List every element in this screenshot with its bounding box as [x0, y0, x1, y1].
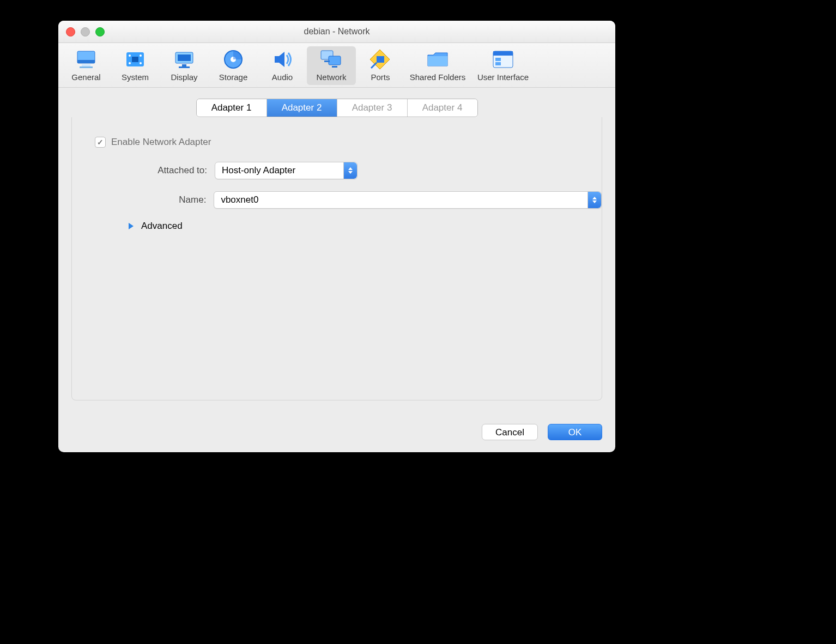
attached-to-label: Attached to: [72, 165, 207, 176]
tab-adapter-2[interactable]: Adapter 2 [267, 99, 337, 117]
tab-adapter-4[interactable]: Adapter 4 [408, 99, 477, 117]
dialog-footer: Cancel OK [482, 424, 602, 440]
zoom-icon[interactable] [95, 27, 105, 37]
svg-rect-24 [428, 56, 447, 66]
close-icon[interactable] [66, 27, 75, 37]
svg-rect-26 [493, 51, 513, 56]
shared-folders-icon [425, 48, 451, 70]
advanced-disclosure[interactable]: Advanced [129, 221, 602, 232]
toolbar-item-system[interactable]: System [111, 46, 160, 85]
user-interface-icon [490, 48, 516, 70]
svg-rect-5 [132, 57, 138, 62]
name-value: vboxnet0 [221, 195, 258, 205]
attached-to-combo[interactable]: Host-only Adapter [215, 162, 358, 179]
toolbar-item-ports[interactable]: Ports [356, 46, 405, 85]
toolbar-item-label: System [111, 72, 160, 82]
storage-icon [220, 48, 246, 70]
svg-rect-11 [178, 54, 191, 61]
general-icon [73, 48, 99, 70]
audio-icon [269, 48, 295, 70]
adapter-panel: Enable Network Adapter Attached to: Host… [71, 117, 602, 400]
toolbar-item-label: Display [160, 72, 209, 82]
name-label: Name: [72, 195, 206, 205]
name-combo[interactable]: vboxnet0 [214, 191, 602, 209]
window-title: debian - Network [58, 27, 615, 37]
svg-rect-28 [495, 62, 501, 65]
svg-rect-3 [80, 66, 93, 68]
settings-window: debian - Network General System Display [58, 21, 615, 452]
disclosure-triangle-icon [129, 223, 134, 229]
svg-rect-1 [77, 60, 95, 63]
system-icon [122, 48, 148, 70]
svg-point-9 [140, 62, 142, 64]
minimize-icon[interactable] [81, 27, 90, 37]
cancel-button[interactable]: Cancel [482, 424, 538, 440]
svg-rect-12 [182, 64, 186, 66]
toolbar-item-label: User Interface [470, 72, 536, 82]
toolbar-item-label: Network [307, 72, 356, 82]
svg-rect-13 [179, 66, 190, 68]
toolbar-item-audio[interactable]: Audio [258, 46, 307, 85]
toolbar-item-label: General [62, 72, 111, 82]
svg-rect-22 [377, 56, 384, 63]
svg-rect-20 [332, 66, 337, 68]
toolbar-item-label: Audio [258, 72, 307, 82]
titlebar: debian - Network [58, 21, 615, 43]
svg-rect-2 [82, 64, 90, 66]
toolbar-item-shared-folders[interactable]: Shared Folders [405, 46, 470, 85]
tab-adapter-1[interactable]: Adapter 1 [197, 99, 267, 117]
toolbar-item-general[interactable]: General [62, 46, 111, 85]
svg-point-6 [129, 54, 131, 57]
enable-adapter-checkbox[interactable] [95, 137, 106, 148]
svg-rect-18 [329, 56, 341, 65]
ports-icon [367, 48, 393, 70]
toolbar-item-network[interactable]: Network [307, 46, 356, 85]
tab-adapter-3[interactable]: Adapter 3 [337, 99, 408, 117]
toolbar-item-label: Storage [209, 72, 258, 82]
toolbar-item-user-interface[interactable]: User Interface [470, 46, 536, 85]
svg-point-8 [129, 62, 131, 64]
network-icon [318, 48, 344, 70]
updown-icon [343, 162, 357, 179]
updown-icon [587, 192, 601, 208]
traffic-lights [66, 27, 105, 37]
svg-rect-19 [324, 60, 330, 62]
svg-marker-16 [275, 52, 284, 67]
adapter-tabs: Adapter 1 Adapter 2 Adapter 3 Adapter 4 [196, 99, 478, 117]
advanced-label: Advanced [141, 221, 183, 232]
ok-button[interactable]: OK [548, 424, 602, 440]
display-icon [171, 48, 197, 70]
toolbar-item-label: Shared Folders [405, 72, 470, 82]
svg-rect-27 [495, 58, 501, 61]
toolbar-item-label: Ports [356, 72, 405, 82]
toolbar-item-storage[interactable]: Storage [209, 46, 258, 85]
category-toolbar: General System Display Storage Audio [58, 43, 615, 88]
enable-adapter-label: Enable Network Adapter [111, 137, 211, 148]
attached-to-value: Host-only Adapter [222, 165, 295, 176]
svg-point-7 [140, 54, 142, 57]
toolbar-item-display[interactable]: Display [160, 46, 209, 85]
